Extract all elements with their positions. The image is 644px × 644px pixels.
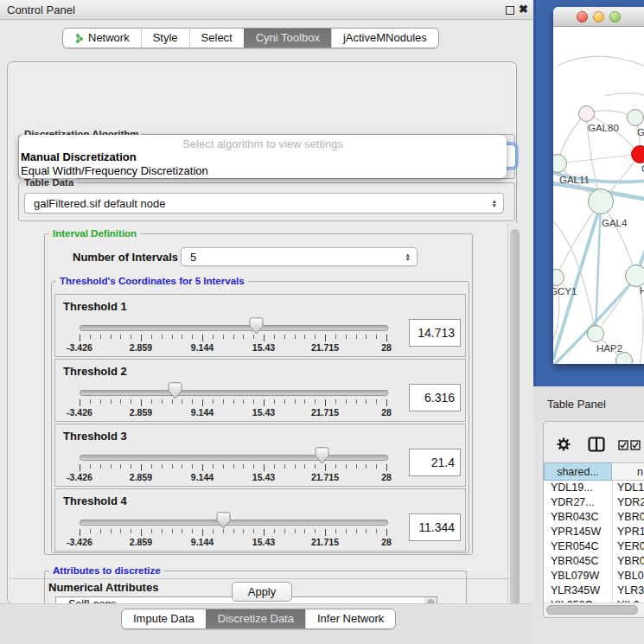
threshold-slider-track[interactable] — [80, 520, 388, 526]
network-node[interactable] — [578, 105, 595, 122]
slider-tick-label: -3.426 — [67, 407, 92, 418]
table-horizontal-scrollbar[interactable] — [544, 603, 644, 615]
slider-tick — [90, 464, 91, 469]
table-hscrollbar-thumb[interactable] — [546, 605, 638, 615]
threshold-slider-thumb[interactable] — [168, 382, 182, 399]
slider-tick — [80, 399, 80, 406]
slider-tick — [192, 399, 193, 404]
close-icon[interactable]: ✖ — [519, 3, 528, 16]
settings-scrollbar-thumb[interactable] — [510, 229, 520, 627]
slider-tick — [111, 464, 112, 469]
settings-scrollbar[interactable] — [507, 223, 523, 638]
slider-tick — [182, 335, 182, 339]
apply-button[interactable]: Apply — [232, 582, 292, 602]
cell-name: YLR3 — [617, 583, 644, 598]
algorithm-option-manual-discretization[interactable]: Manual Discretization — [19, 150, 507, 164]
threshold-slider-thumb[interactable] — [315, 447, 329, 464]
cell-shared-name: YBR045C — [551, 554, 599, 569]
tab-cyni-toolbox[interactable]: Cyni Toolbox — [244, 29, 331, 48]
table-row[interactable]: YER054CYER0 — [544, 539, 644, 554]
cell-name: YBL0 — [617, 569, 644, 583]
close-traffic-light-icon[interactable] — [577, 11, 588, 22]
gear-icon[interactable] — [557, 437, 571, 451]
table-row[interactable]: YDL19...YDL1 — [544, 481, 644, 495]
threshold-label: Threshold 2 — [63, 365, 127, 378]
threshold-slider-thumb[interactable] — [216, 512, 231, 529]
threshold-slider-track[interactable] — [80, 455, 388, 461]
float-window-icon[interactable] — [506, 6, 514, 15]
slider-tick — [284, 399, 285, 404]
network-node[interactable] — [587, 325, 604, 342]
tab-label: Style — [153, 29, 178, 48]
slider-tick — [274, 529, 275, 533]
slider-tick — [264, 464, 265, 471]
slider-tick — [100, 464, 101, 469]
panel-title: Control Panel — [7, 3, 75, 16]
thresholds-group-label: Threshold's Coordinates for 5 Intervals — [56, 276, 248, 286]
slider-tick — [325, 335, 326, 341]
slider-tick — [356, 464, 357, 469]
minimize-traffic-light-icon[interactable] — [593, 11, 604, 22]
slider-tick — [100, 335, 101, 339]
right-region: GAL80G.GAL11CGAL4GCY1HHAP2 Table Panel s… — [533, 0, 644, 644]
slider-tick-label: 15.43 — [252, 407, 275, 418]
slider-tick-label: 28 — [381, 407, 392, 418]
threshold-panel-3: Threshold 3-3.4262.8599.14415.4321.71528… — [54, 424, 466, 487]
slider-tick — [386, 529, 387, 536]
tab-jactivemnodules[interactable]: jActiveMNodules — [331, 29, 438, 48]
tab-network[interactable]: Network — [63, 29, 141, 48]
network-node[interactable] — [588, 188, 614, 214]
slider-tick — [213, 529, 214, 533]
attributes-group-label: Attributes to discretize — [49, 565, 164, 576]
table-row[interactable]: YPR145WYPR1 — [544, 525, 644, 539]
network-canvas[interactable]: GAL80G.GAL11CGAL4GCY1HHAP2 — [553, 27, 644, 364]
table-row[interactable]: YBR043CYBR0 — [544, 510, 644, 525]
tab-discretize-data[interactable]: Discretize Data — [206, 609, 305, 628]
cell-name: YPR1 — [617, 525, 644, 539]
network-node[interactable] — [627, 109, 644, 126]
table-data-combobox[interactable]: galFiltered.sif default node ▲▼ — [24, 193, 504, 214]
number-of-intervals-combobox[interactable]: 5 ▲▼ — [181, 247, 418, 266]
threshold-panel-2: Threshold 2-3.4262.8599.14415.4321.71528… — [54, 359, 466, 422]
threshold-value-field[interactable]: 14.713 — [409, 319, 461, 347]
slider-tick — [233, 399, 234, 404]
network-node[interactable] — [631, 145, 644, 163]
combo-arrows-icon: ▲▼ — [492, 199, 497, 207]
column-header-name[interactable]: n — [612, 462, 644, 481]
network-node[interactable] — [625, 265, 644, 287]
slider-tick — [151, 464, 152, 469]
table-row[interactable]: YBL079WYBL0 — [544, 569, 644, 583]
slider-tick-label: -3.426 — [67, 537, 92, 547]
cell-shared-name: YLR345W — [551, 583, 600, 598]
slider-tick — [162, 464, 163, 469]
threshold-value-field[interactable]: 6.316 — [409, 384, 461, 411]
tab-select[interactable]: Select — [189, 29, 244, 48]
threshold-slider-track[interactable] — [80, 325, 388, 331]
algorithm-option-equal-width-frequency-discretization[interactable]: Equal Width/Frequency Discretization — [19, 164, 507, 178]
zoom-traffic-light-icon[interactable] — [609, 11, 621, 22]
slider-tick — [284, 529, 285, 533]
tab-label: jActiveMNodules — [343, 29, 427, 48]
tab-style[interactable]: Style — [141, 29, 189, 48]
table-row[interactable]: YDR27...YDR2 — [544, 495, 644, 510]
column-view-icon[interactable] — [588, 437, 605, 452]
slider-tick — [141, 335, 142, 341]
table-row[interactable]: YLR345WYLR3 — [544, 583, 644, 598]
select-columns-icon[interactable] — [618, 440, 641, 450]
threshold-value-field[interactable]: 21.4 — [409, 449, 461, 476]
tab-impute-data[interactable]: Impute Data — [122, 609, 206, 628]
slider-tick — [213, 399, 214, 404]
column-header-shared[interactable]: shared... — [544, 462, 612, 481]
node-table[interactable]: YDL19...YDL1YDR27...YDR2YBR043CYBR0YPR14… — [544, 481, 644, 603]
slider-tick — [131, 335, 131, 339]
threshold-value-field[interactable]: 11.344 — [409, 513, 461, 541]
table-row[interactable]: YBR045CYBR0 — [544, 554, 644, 569]
threshold-slider-thumb[interactable] — [249, 317, 264, 335]
slider-tick — [346, 399, 347, 404]
cell-shared-name: YER054C — [551, 539, 599, 554]
network-node[interactable] — [615, 352, 633, 364]
node-label-gal11: GAL11 — [559, 175, 590, 185]
threshold-label: Threshold 3 — [63, 430, 127, 443]
threshold-slider-track[interactable] — [80, 390, 388, 396]
tab-infer-network[interactable]: Infer Network — [305, 609, 395, 628]
